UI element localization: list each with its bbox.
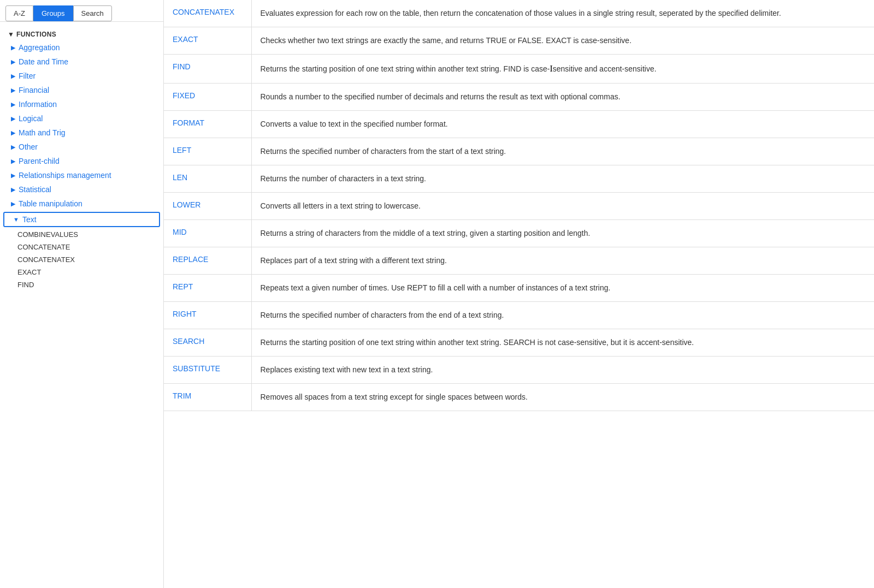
sidebar-item-other[interactable]: ▶ Other bbox=[0, 140, 163, 154]
function-description: Removes all spaces from a text string ex… bbox=[251, 384, 874, 411]
sidebar-item-label-logical: Logical bbox=[19, 114, 43, 123]
table-row: MIDReturns a string of characters from t… bbox=[164, 220, 874, 247]
table-row: LEFTReturns the specified number of char… bbox=[164, 138, 874, 165]
table-row: SEARCHReturns the starting position of o… bbox=[164, 329, 874, 357]
sidebar-item-datetime[interactable]: ▶ Date and Time bbox=[0, 55, 163, 69]
tab-groups[interactable]: Groups bbox=[33, 5, 73, 21]
sidebar-item-statistical[interactable]: ▶ Statistical bbox=[0, 182, 163, 197]
sidebar-item-filter[interactable]: ▶ Filter bbox=[0, 69, 163, 83]
function-name[interactable]: LEFT bbox=[164, 138, 251, 165]
sidebar-item-label-relationships: Relationships management bbox=[19, 171, 111, 180]
tab-bar: A-Z Groups Search bbox=[0, 0, 163, 22]
function-description: Returns the starting position of one tex… bbox=[251, 55, 874, 84]
table-row: RIGHTReturns the specified number of cha… bbox=[164, 302, 874, 329]
arrow-icon-logical: ▶ bbox=[11, 115, 15, 122]
section-triangle: ▼ bbox=[8, 31, 16, 38]
arrow-icon-aggregation: ▶ bbox=[11, 44, 15, 51]
table-row: CONCATENATEXEvaluates expression for eac… bbox=[164, 0, 874, 27]
arrow-icon-relationships: ▶ bbox=[11, 172, 15, 179]
function-name[interactable]: EXACT bbox=[164, 27, 251, 55]
table-row: EXACTChecks whether two text strings are… bbox=[164, 27, 874, 55]
sidebar-item-text[interactable]: ▼ Text bbox=[3, 212, 160, 227]
function-description: Returns the number of characters in a te… bbox=[251, 165, 874, 193]
function-description: Replaces part of a text string with a di… bbox=[251, 247, 874, 275]
table-row: FORMATConverts a value to text in the sp… bbox=[164, 111, 874, 138]
function-name[interactable]: REPLACE bbox=[164, 247, 251, 275]
function-name[interactable]: LOWER bbox=[164, 193, 251, 220]
sidebar-item-logical[interactable]: ▶ Logical bbox=[0, 111, 163, 126]
sidebar-item-label-tablemanip: Table manipulation bbox=[19, 199, 82, 208]
arrow-icon-parentchild: ▶ bbox=[11, 158, 15, 165]
table-row: FINDReturns the starting position of one… bbox=[164, 55, 874, 84]
function-name[interactable]: SUBSTITUTE bbox=[164, 357, 251, 384]
sidebar-item-label-statistical: Statistical bbox=[19, 185, 51, 194]
function-description: Evaluates expression for each row on the… bbox=[251, 0, 874, 27]
functions-section-label: ▼ FUNCTIONS bbox=[0, 27, 163, 40]
tab-search[interactable]: Search bbox=[73, 5, 112, 21]
function-name[interactable]: LEN bbox=[164, 165, 251, 193]
sidebar-item-tablemanip[interactable]: ▶ Table manipulation bbox=[0, 197, 163, 211]
sidebar-item-label-parentchild: Parent-child bbox=[19, 157, 60, 165]
function-name[interactable]: MID bbox=[164, 220, 251, 247]
function-description: Rounds a number to the specified number … bbox=[251, 84, 874, 111]
function-description: Checks whether two text strings are exac… bbox=[251, 27, 874, 55]
arrow-icon-datetime: ▶ bbox=[11, 58, 15, 66]
sidebar-nav: ▼ FUNCTIONS ▶ Aggregation ▶ Date and Tim… bbox=[0, 22, 163, 588]
arrow-icon-information: ▶ bbox=[11, 101, 15, 108]
function-description: Converts all letters in a text string to… bbox=[251, 193, 874, 220]
function-name[interactable]: FORMAT bbox=[164, 111, 251, 138]
table-row: SUBSTITUTEReplaces existing text with ne… bbox=[164, 357, 874, 384]
table-row: LOWERConverts all letters in a text stri… bbox=[164, 193, 874, 220]
sidebar-item-relationships[interactable]: ▶ Relationships management bbox=[0, 168, 163, 182]
sidebar-item-information[interactable]: ▶ Information bbox=[0, 97, 163, 111]
sidebar-item-label-datetime: Date and Time bbox=[19, 57, 68, 66]
sub-item-concatenate[interactable]: CONCATENATE bbox=[0, 241, 163, 253]
arrow-icon-tablemanip: ▶ bbox=[11, 200, 15, 207]
function-description: Returns the starting position of one tex… bbox=[251, 329, 874, 357]
arrow-icon-statistical: ▶ bbox=[11, 186, 15, 193]
function-description: Converts a value to text in the specifie… bbox=[251, 111, 874, 138]
function-description: Returns the specified number of characte… bbox=[251, 138, 874, 165]
sidebar-item-label-text: Text bbox=[22, 215, 37, 224]
function-description: Replaces existing text with new text in … bbox=[251, 357, 874, 384]
table-row: FIXEDRounds a number to the specified nu… bbox=[164, 84, 874, 111]
sub-item-combinevalues[interactable]: COMBINEVALUES bbox=[0, 228, 163, 241]
sub-item-find[interactable]: FIND bbox=[0, 278, 163, 291]
table-row: TRIMRemoves all spaces from a text strin… bbox=[164, 384, 874, 411]
function-description: Returns the specified number of characte… bbox=[251, 302, 874, 329]
function-name[interactable]: TRIM bbox=[164, 384, 251, 411]
sidebar-item-math[interactable]: ▶ Math and Trig bbox=[0, 126, 163, 140]
function-description: Returns a string of characters from the … bbox=[251, 220, 874, 247]
function-name[interactable]: REPT bbox=[164, 275, 251, 302]
sidebar: A-Z Groups Search ▼ FUNCTIONS ▶ Aggregat… bbox=[0, 0, 164, 588]
function-name[interactable]: FIXED bbox=[164, 84, 251, 111]
main-content: CONCATENATEXEvaluates expression for eac… bbox=[164, 0, 874, 588]
sidebar-item-label-aggregation: Aggregation bbox=[19, 43, 60, 52]
sidebar-item-aggregation[interactable]: ▶ Aggregation bbox=[0, 40, 163, 55]
sidebar-item-label-information: Information bbox=[19, 100, 57, 109]
arrow-icon-text: ▼ bbox=[13, 216, 19, 223]
function-name[interactable]: FIND bbox=[164, 55, 251, 84]
functions-table: CONCATENATEXEvaluates expression for eac… bbox=[164, 0, 874, 411]
function-name[interactable]: CONCATENATEX bbox=[164, 0, 251, 27]
function-name[interactable]: RIGHT bbox=[164, 302, 251, 329]
sidebar-item-label-other: Other bbox=[19, 142, 38, 151]
table-row: REPTRepeats text a given number of times… bbox=[164, 275, 874, 302]
arrow-icon-filter: ▶ bbox=[11, 73, 15, 80]
sidebar-item-financial[interactable]: ▶ Financial bbox=[0, 83, 163, 97]
sub-item-exact[interactable]: EXACT bbox=[0, 266, 163, 278]
table-row: LENReturns the number of characters in a… bbox=[164, 165, 874, 193]
function-description: Repeats text a given number of times. Us… bbox=[251, 275, 874, 302]
function-name[interactable]: SEARCH bbox=[164, 329, 251, 357]
sidebar-item-label-financial: Financial bbox=[19, 86, 49, 94]
arrow-icon-math: ▶ bbox=[11, 129, 15, 136]
tab-az[interactable]: A-Z bbox=[5, 5, 33, 21]
sidebar-item-label-math: Math and Trig bbox=[19, 128, 66, 137]
sidebar-item-parentchild[interactable]: ▶ Parent-child bbox=[0, 154, 163, 168]
sidebar-item-label-filter: Filter bbox=[19, 72, 36, 80]
table-row: REPLACEReplaces part of a text string wi… bbox=[164, 247, 874, 275]
arrow-icon-other: ▶ bbox=[11, 144, 15, 151]
text-cursor-icon: I bbox=[550, 64, 552, 73]
arrow-icon-financial: ▶ bbox=[11, 87, 15, 94]
sub-item-concatenatex[interactable]: CONCATENATEX bbox=[0, 253, 163, 266]
